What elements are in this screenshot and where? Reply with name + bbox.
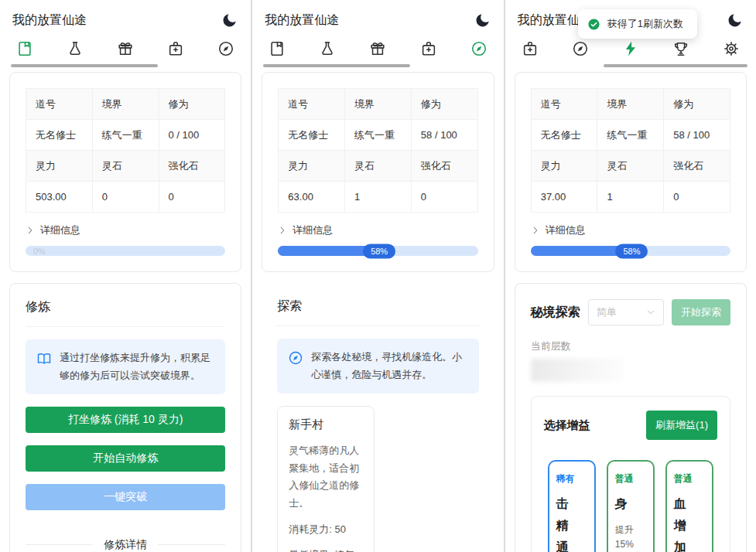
details-toggle[interactable]: 详细信息: [26, 223, 225, 237]
tab-rewards gift-icon[interactable]: [368, 39, 387, 58]
start-explore-button[interactable]: 开始探索: [672, 299, 730, 325]
explore-section: 探索 探索各处秘境，寻找机缘造化。小心谨慎，危险与机遇并存。 新手村 灵气稀薄的…: [262, 283, 494, 552]
app-root: 我的放置仙途 道号 境界 修为 无名修士 练气一重 0 / 100: [0, 0, 756, 552]
divider-text: 修炼详情: [104, 538, 147, 552]
tab-alchemy flask-icon[interactable]: [66, 39, 84, 58]
details-toggle[interactable]: 详细信息: [531, 223, 730, 237]
stat-value-realm: 练气一重: [345, 120, 412, 151]
stat-header: 灵力: [26, 151, 93, 182]
stat-value-spirit: 37.00: [531, 182, 597, 213]
tab-alchemy flask-icon[interactable]: [318, 39, 337, 58]
location-cost: 消耗灵力: 50: [289, 521, 363, 538]
dungeon-title: 秘境探索: [531, 305, 580, 321]
tab-bag bag-plus-icon[interactable]: [419, 39, 438, 58]
check-circle-icon: [587, 18, 600, 31]
auto-cultivate-button[interactable]: 开始自动修炼: [26, 445, 225, 472]
buff-card-common[interactable]: 普通 血 增 加 增加 10%: [665, 460, 713, 552]
stat-value-spirit: 63.00: [279, 182, 345, 213]
tab-settings gear-icon[interactable]: [722, 39, 741, 58]
refresh-buffs-button[interactable]: 刷新增益(1): [646, 411, 717, 440]
stats-card: 道号 境界 修为 无名修士 练气一重 58 / 100 灵力 灵石 强化石 37…: [515, 72, 747, 272]
cultivation-progress-bar: 0%: [26, 246, 225, 256]
stat-value-cultivation: 0 / 100: [159, 120, 225, 151]
buff-title: 选择增益: [544, 418, 590, 433]
stat-header: 境界: [92, 89, 159, 120]
moon-icon[interactable]: [221, 12, 238, 29]
progress-fill: 58%: [278, 246, 394, 256]
explore-info-box: 探索各处秘境，寻找机缘造化。小心谨慎，危险与机遇并存。: [277, 339, 478, 394]
rarity-badge: 普通: [615, 472, 646, 486]
stat-header: 灵力: [279, 151, 345, 182]
breakthrough-button[interactable]: 一键突破: [26, 484, 225, 510]
tab-scrollbar[interactable]: [604, 64, 747, 67]
cultivation-progress-bar: 58%: [531, 246, 730, 256]
stat-header: 强化石: [159, 151, 225, 182]
stat-value-enhance: 0: [411, 182, 477, 213]
meditate-button[interactable]: 打坐修炼 (消耗 10 灵力): [26, 407, 225, 433]
buff-name: 血 增 加: [674, 493, 705, 552]
compass-icon: [288, 350, 303, 366]
progress-label: 58%: [363, 244, 395, 258]
details-label: 详细信息: [40, 223, 80, 237]
tab-scrollbar[interactable]: [11, 64, 158, 67]
toast-notification: 获得了1刷新次数: [578, 9, 697, 39]
buff-card-rare[interactable]: 稀有 击 精 通 连击 率提升: [548, 460, 596, 552]
panel-dungeon: 获得了1刷新次数 我的放置仙途 道号 境界 修为 无名修士: [504, 0, 756, 552]
moon-icon[interactable]: [727, 12, 744, 29]
tab-rewards gift-icon[interactable]: [116, 39, 135, 58]
tab-dungeon bolt-icon[interactable]: [621, 39, 640, 58]
moon-icon[interactable]: [474, 12, 491, 29]
stat-value-realm: 练气一重: [597, 120, 664, 151]
difficulty-select[interactable]: 简单: [588, 299, 664, 325]
buff-head: 选择增益 刷新增益(1): [544, 411, 717, 440]
section-title: 修炼: [26, 299, 225, 327]
buff-cards: 稀有 击 精 通 连击 率提升 普通 身 提升 15% 闪避 率 普通 血 增 …: [544, 460, 717, 552]
stat-header: 修为: [664, 89, 730, 120]
tab-bar: [252, 32, 503, 69]
chevron-right-icon: [26, 226, 35, 235]
cultivation-section: 修炼 通过打坐修炼来提升修为，积累足够的修为后可以尝试突破境界。 打坐修炼 (消…: [9, 283, 241, 552]
info-text: 通过打坐修炼来提升修为，积累足够的修为后可以尝试突破境界。: [60, 349, 214, 385]
stat-header: 灵力: [531, 151, 597, 182]
stat-value-enhance: 0: [159, 182, 225, 213]
buff-desc: 提升 15% 闪避 率: [615, 523, 646, 552]
stat-value-stone: 1: [345, 182, 412, 213]
tab-bar: [0, 32, 251, 69]
rarity-badge: 稀有: [556, 472, 587, 486]
dungeon-header-row: 秘境探索 简单 开始探索: [531, 299, 730, 325]
tab-achievements trophy-icon[interactable]: [672, 39, 690, 58]
cultivation-progress-bar: 58%: [278, 246, 477, 256]
tab-character book-icon[interactable]: [15, 39, 34, 58]
buff-card-common[interactable]: 普通 身 提升 15% 闪避 率: [607, 460, 655, 552]
chevron-right-icon: [278, 226, 287, 235]
info-text: 探索各处秘境，寻找机缘造化。小心谨慎，危险与机遇并存。: [311, 348, 467, 384]
details-toggle[interactable]: 详细信息: [278, 223, 477, 237]
tab-explore compass-icon[interactable]: [470, 39, 488, 58]
tab-explore compass-icon[interactable]: [217, 39, 235, 58]
section-title: 探索: [277, 298, 478, 326]
difficulty-selected: 简单: [597, 305, 617, 319]
stat-header: 灵石: [92, 151, 159, 182]
tab-bag bag-plus-icon[interactable]: [521, 39, 539, 58]
tab-scrollbar[interactable]: [263, 64, 410, 67]
panel-header: 我的放置仙途: [252, 0, 503, 32]
stat-header: 灵石: [345, 151, 412, 182]
buff-name: 身: [615, 493, 646, 515]
tab-explore compass-icon[interactable]: [571, 39, 590, 58]
rarity-badge: 普通: [674, 472, 705, 486]
current-floor-label: 当前层数: [531, 339, 730, 353]
tab-character book-icon[interactable]: [268, 39, 286, 58]
panel-header: 我的放置仙途: [0, 0, 251, 32]
location-name: 新手村: [289, 417, 363, 432]
stats-table: 道号 境界 修为 无名修士 练气一重 58 / 100 灵力 灵石 强化石 37…: [531, 88, 730, 213]
stat-value-name: 无名修士: [279, 120, 345, 151]
progress-label: 0%: [33, 247, 46, 256]
stat-value-realm: 练气一重: [92, 120, 159, 151]
stat-header: 修为: [159, 89, 225, 120]
stat-header: 道号: [531, 89, 597, 120]
app-title: 我的放置仙途: [12, 12, 87, 29]
tab-bag bag-plus-icon[interactable]: [166, 39, 185, 58]
dungeon-section: 秘境探索 简单 开始探索 当前层数 选择增益 刷新增益(1) 稀有 击 精 通: [515, 283, 747, 552]
details-label: 详细信息: [292, 223, 333, 237]
stat-header: 道号: [279, 89, 345, 120]
